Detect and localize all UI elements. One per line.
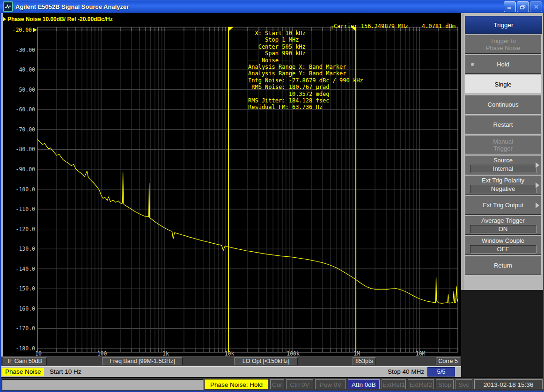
svg-text:10M: 10M [416, 350, 426, 356]
svg-text:-20.00: -20.00 [12, 27, 32, 33]
svg-text:-30.00: -30.00 [15, 47, 35, 53]
carrier-marker-icon: ┬ [331, 23, 334, 29]
softkey-value: Negative [470, 185, 537, 193]
status-attn-0db: Attn 0dB [348, 379, 380, 389]
softkey-value: Internal [470, 165, 537, 173]
svg-text:-160.0: -160.0 [15, 305, 35, 312]
trace-marker-icon [3, 17, 6, 22]
window-title: Agilent E5052B Signal Source Analyzer [15, 3, 129, 10]
svg-text:-110.0: -110.0 [15, 206, 35, 212]
carrier-readout: ┬Carrier 156.249879 MHz 4.0781 dBm [331, 23, 456, 29]
restore-button[interactable] [517, 1, 529, 12]
status-svc: Svc [456, 379, 472, 389]
status-stop: Stop [436, 379, 454, 389]
svg-text:1M: 1M [353, 350, 360, 356]
svg-text:-80.00: -80.00 [15, 146, 35, 152]
softkey-return[interactable]: Return [465, 256, 541, 275]
svg-text:-170.0: -170.0 [15, 325, 35, 332]
svg-text:-40.00: -40.00 [15, 66, 35, 73]
sweep-stop-label: Stop 40 MHz [388, 368, 424, 375]
sweep-start-label: Start 10 Hz [50, 368, 81, 375]
svg-text:-150.0: -150.0 [15, 285, 35, 292]
softkey-ext-trig-polarity[interactable]: Ext Trig PolarityNegative [465, 175, 541, 195]
softkey-label: Single [494, 81, 511, 88]
svg-text:-90.00: -90.00 [15, 166, 35, 173]
phase-noise-plot: -20.00-30.00-40.00-50.00-60.00-70.00-80.… [0, 13, 461, 356]
softkey-value: OFF [470, 245, 537, 254]
measurement-mode-badge: Phase Noise [2, 368, 44, 376]
svg-text:1k: 1k [162, 350, 169, 356]
softkey-average-trigger[interactable]: Average TriggerON [465, 216, 541, 235]
title-bar: Agilent E5052B Signal Source Analyzer [0, 0, 544, 14]
status-indicators: Phase Noise: HoldCorCtrl 0VPow 0VAttn 0d… [205, 379, 543, 389]
settings-bar: IF Gain 50dBFreq Band [99M-1.5GHz]LO Opt… [0, 356, 461, 366]
carrier-frequency: Carrier 156.249879 MHz [334, 23, 408, 29]
softkey-label: Trigger to Phase Noise [486, 37, 521, 51]
softkey-label: Restart [493, 121, 513, 128]
phase-noise-panel: -20.00-30.00-40.00-50.00-60.00-70.00-80.… [0, 13, 461, 356]
status-message-area [2, 379, 204, 390]
softkey-area: Trigger Trigger to Phase NoiseHoldSingle… [464, 13, 543, 290]
svg-text:-100.0: -100.0 [15, 186, 35, 193]
svg-text:100k: 100k [287, 350, 300, 356]
status-extref2: ExtRef2 [408, 379, 434, 389]
status-extref1: ExtRef1 [382, 379, 406, 389]
softkey-trigger-to-phase-noise: Trigger to Phase Noise [465, 35, 541, 54]
softkey-manual-trigger: Manual Trigger [465, 135, 541, 154]
softkey-label: Source [493, 157, 513, 164]
softkey-source[interactable]: SourceInternal [465, 155, 541, 174]
trace-label: Phase Noise 10.00dB/ Ref -20.00dBc/Hz [7, 16, 113, 22]
close-button[interactable] [530, 1, 542, 12]
softkey-single[interactable]: Single [465, 75, 541, 94]
status-bar: Phase Noise: HoldCorCtrl 0VPow 0VAttn 0d… [0, 377, 544, 392]
softkey-continuous[interactable]: Continuous [465, 95, 541, 114]
svg-text:-70.00: -70.00 [15, 126, 35, 133]
window-frame-left [1, 13, 3, 356]
sweep-bar: Phase Noise Start 10 Hz Stop 40 MHz 5/5 [0, 366, 461, 377]
submenu-arrow-icon [536, 162, 539, 168]
submenu-arrow-icon [536, 182, 539, 188]
submenu-arrow-icon [536, 203, 539, 208]
setting-corre-5: Corre 5 [436, 357, 460, 365]
setting-if-gain-50db: IF Gain 50dB [3, 357, 47, 365]
svg-text:10k: 10k [225, 350, 235, 356]
softkey-label: Window Couple [482, 237, 524, 244]
softkey-ext-trig-output[interactable]: Ext Trig Output [465, 196, 541, 215]
svg-text:10: 10 [35, 350, 42, 356]
status-ctrl-0v: Ctrl 0V [286, 379, 313, 389]
selected-bullet-icon [471, 63, 475, 66]
analyzer-window: Agilent E5052B Signal Source Analyzer -2… [0, 0, 544, 392]
svg-text:-60.00: -60.00 [15, 106, 35, 113]
page-indicator: 5/5 [427, 367, 455, 377]
softkey-menu-title: Trigger [465, 16, 542, 34]
softkey-label: Average Trigger [481, 217, 524, 224]
softkey-value: ON [470, 225, 537, 233]
softkey-sidebar: Trigger Trigger to Phase NoiseHoldSingle… [461, 13, 543, 377]
softkey-restart[interactable]: Restart [465, 115, 541, 134]
softkey-label: Continuous [488, 101, 519, 108]
ref-level-marker-icon [33, 28, 37, 32]
softkey-label: Hold [497, 61, 509, 68]
svg-text:100: 100 [97, 350, 107, 356]
x-grid: 101001k10k100k1M10M [35, 27, 458, 356]
y-grid: -20.00-30.00-40.00-50.00-60.00-70.00-80.… [12, 27, 458, 352]
softkey-label: Ext Trig Polarity [482, 177, 524, 184]
svg-text:-180.0: -180.0 [15, 345, 35, 352]
status-2013-02-18-15-36: 2013-02-18 15:36 [474, 379, 543, 389]
carrier-power: 4.0781 dBm [422, 23, 456, 29]
setting-lo-opt-150khz: LO Opt [<150kHz] [234, 357, 298, 365]
svg-text:-120.0: -120.0 [15, 226, 35, 232]
softkey-label: Ext Trig Output [483, 202, 523, 209]
softkey-hold[interactable]: Hold [465, 55, 541, 74]
svg-text:-130.0: -130.0 [15, 246, 35, 252]
svg-text:-140.0: -140.0 [15, 266, 35, 272]
softkey-label: Manual Trigger [493, 138, 513, 152]
trace-header: Phase Noise 10.00dB/ Ref -20.00dBc/Hz [3, 16, 113, 22]
app-icon [3, 1, 13, 12]
softkey-window-couple[interactable]: Window CoupleOFF [465, 236, 541, 255]
minimize-button[interactable] [504, 1, 516, 12]
status-pow-0v: Pow 0V [315, 379, 346, 389]
setting-freq-band-99m-1-5ghz: Freq Band [99M-1.5GHz] [102, 357, 183, 365]
setting-853pts: 853pts [353, 357, 376, 365]
noise-analysis-readout: X: Start 10 kHz Stop 1 MHz Center 505 kH… [248, 30, 363, 111]
